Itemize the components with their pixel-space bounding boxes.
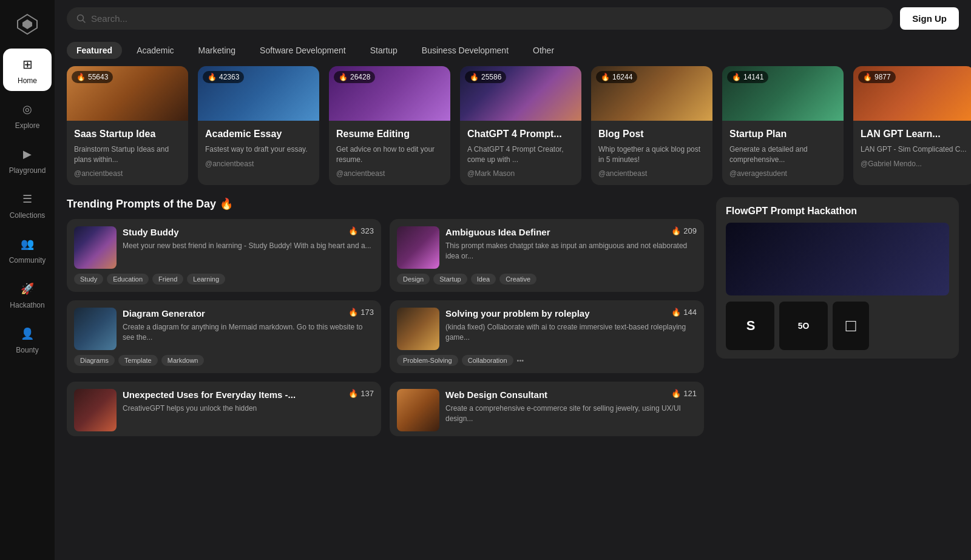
prompt-info: Study Buddy 🔥 323 Meet your new best fri… (123, 226, 374, 251)
prompt-card-top: Diagram Generator 🔥 173 Create a diagram… (67, 300, 381, 355)
prompt-info: Ambiguous Idea Definer 🔥 209 This prompt… (445, 226, 697, 261)
prompt-desc: Create a comprehensive e-commerce site f… (445, 403, 697, 424)
tab-other[interactable]: Other (523, 42, 564, 59)
card-likes: 🔥 14141 (727, 71, 768, 83)
prompt-likes-count: 173 (360, 308, 374, 317)
prompt-likes: 🔥 209 (671, 226, 697, 235)
sidebar-item-playground[interactable]: ▶ Playground (3, 138, 52, 181)
prompt-tag[interactable]: Problem-Solving (397, 355, 458, 366)
card-body: Academic Essay Fastest way to draft your… (198, 121, 319, 175)
featured-card[interactable]: 🔥 14141 Startup Plan Generate a detailed… (722, 66, 844, 185)
prompt-tag[interactable]: Design (397, 274, 430, 285)
tab-featured[interactable]: Featured (67, 42, 122, 59)
card-likes: 🔥 9877 (858, 71, 896, 83)
card-likes: 🔥 26428 (334, 71, 375, 83)
fire-icon: 🔥 (348, 308, 358, 317)
trending-title: Trending Prompts of the Day 🔥 (67, 197, 704, 211)
sidebar-item-hackathon[interactable]: 🚀 Hackathon (3, 273, 52, 315)
featured-card[interactable]: 🔥 42363 Academic Essay Fastest way to dr… (198, 66, 319, 185)
prompt-tag[interactable]: Idea (471, 274, 496, 285)
featured-card[interactable]: 🔥 16244 Blog Post Whip together a quick … (591, 66, 712, 185)
sidebar-item-bounty[interactable]: 👤 Bounty (3, 318, 52, 360)
tab-marketing[interactable]: Marketing (189, 42, 245, 59)
sidebar-item-community[interactable]: 👥 Community (3, 228, 52, 271)
prompt-tag[interactable]: Friend (152, 274, 183, 285)
featured-card[interactable]: 🔥 55643 Saas Startup Idea Brainstorm Sta… (67, 66, 188, 185)
card-likes: 🔥 16244 (596, 71, 637, 83)
card-image: 🔥 42363 (198, 66, 319, 121)
tab-startup[interactable]: Startup (360, 42, 407, 59)
signup-button[interactable]: Sign Up (900, 7, 959, 30)
hackathon-image-1 (726, 223, 949, 295)
card-author: @Gabriel Mendo... (861, 160, 967, 168)
prompt-card[interactable]: Diagram Generator 🔥 173 Create a diagram… (67, 300, 381, 373)
fire-icon: 🔥 (671, 389, 681, 398)
card-desc: LAN GPT - Sim Complicated C... (861, 144, 967, 155)
prompt-tag[interactable]: Diagrams (74, 355, 115, 366)
prompt-header: Solving your problem by roleplay 🔥 144 (445, 308, 697, 320)
prompt-title: Web Design Consultant (445, 389, 547, 401)
header: Sign Up (55, 0, 971, 37)
sidebar-item-home-label: Home (18, 76, 37, 85)
search-icon (76, 14, 86, 24)
search-input[interactable] (91, 13, 883, 24)
featured-card[interactable]: 🔥 25586 ChatGPT 4 Prompt... A ChatGPT 4 … (460, 66, 581, 185)
card-likes-count: 16244 (612, 73, 632, 81)
prompt-likes: 🔥 323 (348, 226, 374, 235)
prompt-card[interactable]: Ambiguous Idea Definer 🔥 209 This prompt… (390, 219, 704, 292)
tab-academic[interactable]: Academic (127, 42, 183, 59)
tab-software[interactable]: Software Development (250, 42, 356, 59)
prompt-tag[interactable]: Template (118, 355, 158, 366)
featured-card[interactable]: 🔥 9877 LAN GPT Learn... LAN GPT - Sim Co… (853, 66, 971, 185)
card-likes: 🔥 55643 (72, 71, 113, 83)
prompt-desc: Create a diagram for anything in Mermaid… (123, 322, 374, 343)
sidebar-item-hackathon-label: Hackathon (10, 301, 44, 309)
featured-card[interactable]: 🔥 26428 Resume Editing Get advice on how… (329, 66, 450, 185)
card-author: @ancientbeast (336, 169, 443, 178)
sidebar-item-home[interactable]: ⊞ Home (3, 49, 52, 91)
search-bar[interactable] (67, 7, 893, 30)
card-likes-count: 42363 (219, 73, 239, 81)
prompt-card-top: Study Buddy 🔥 323 Meet your new best fri… (67, 219, 381, 274)
playground-icon: ▶ (18, 144, 37, 164)
prompt-header: Diagram Generator 🔥 173 (123, 308, 374, 320)
community-icon: 👥 (18, 234, 37, 254)
prompt-card[interactable]: Unexpected Uses for Everyday Items -... … (67, 382, 381, 436)
prompt-likes: 🔥 173 (348, 308, 374, 317)
fire-icon: 🔥 (348, 226, 358, 235)
prompt-tag[interactable]: Collaboration (462, 355, 513, 366)
card-body: Blog Post Whip together a quick blog pos… (591, 121, 712, 185)
main-content: Sign Up Featured Academic Marketing Soft… (55, 0, 971, 560)
prompt-info: Web Design Consultant 🔥 121 Create a com… (445, 389, 697, 423)
hackathon-panel-container: FlowGPT Prompt Hackathon S 5O □ (716, 197, 959, 548)
card-image: 🔥 16244 (591, 66, 712, 121)
prompt-tag[interactable]: Startup (433, 274, 467, 285)
prompt-card[interactable]: Web Design Consultant 🔥 121 Create a com… (390, 382, 704, 436)
prompt-title: Study Buddy (123, 226, 179, 238)
prompt-card-top: Unexpected Uses for Everyday Items -... … (67, 382, 381, 436)
prompt-desc: CreativeGPT helps you unlock the hidden (123, 403, 374, 414)
prompt-tag[interactable]: Markdown (161, 355, 205, 366)
prompt-card[interactable]: Solving your problem by roleplay 🔥 144 (… (390, 300, 704, 373)
app-logo[interactable] (13, 10, 42, 39)
fire-icon: 🔥 (76, 73, 86, 81)
tab-business[interactable]: Business Development (412, 42, 518, 59)
prompt-tag[interactable]: Creative (499, 274, 536, 285)
collections-icon: ☰ (18, 189, 37, 209)
hackathon-images (716, 217, 959, 302)
prompt-likes-count: 144 (683, 308, 697, 317)
prompt-tag[interactable]: Education (107, 274, 149, 285)
prompt-card-top: Solving your problem by roleplay 🔥 144 (… (390, 300, 704, 355)
prompt-tag[interactable]: Study (74, 274, 103, 285)
card-author: @Mark Mason (467, 169, 574, 178)
prompt-tag[interactable]: Learning (187, 274, 225, 285)
fire-icon: 🔥 (208, 73, 217, 81)
sidebar-item-explore[interactable]: ◎ Explore (3, 93, 52, 136)
prompt-desc: This prompt makes chatgpt take as input … (445, 241, 697, 261)
card-image: 🔥 55643 (67, 66, 188, 121)
sidebar-item-collections[interactable]: ☰ Collections (3, 183, 52, 226)
prompt-card[interactable]: Study Buddy 🔥 323 Meet your new best fri… (67, 219, 381, 292)
hackathon-title: FlowGPT Prompt Hackathon (716, 197, 959, 217)
card-title: Blog Post (598, 128, 705, 141)
hackathon-logos: S 5O □ (716, 302, 959, 359)
